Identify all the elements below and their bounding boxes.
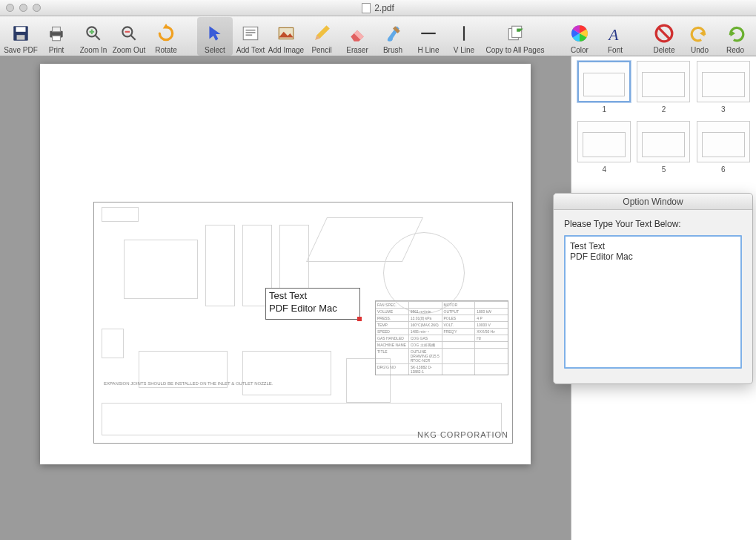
add-image-icon <box>275 22 297 45</box>
print-button[interactable]: Print <box>39 17 74 56</box>
svg-line-7 <box>95 35 100 39</box>
brush-icon <box>382 22 404 45</box>
svg-marker-14 <box>209 26 220 41</box>
fan-spec-table: FAN SPEC.MOTOR VOLUME6961 m³/minOUTPUT18… <box>375 300 508 375</box>
pencil-button[interactable]: Pencil <box>304 17 339 56</box>
delete-icon <box>653 22 675 45</box>
undo-button[interactable]: Undo <box>682 17 717 56</box>
svg-rect-2 <box>17 35 25 39</box>
toolbar: Save PDF Print Zoom In Zoom Out <box>0 16 756 56</box>
window-title: 2.pdf <box>0 3 756 13</box>
zoom-out-button[interactable]: Zoom Out <box>111 17 147 56</box>
thumbnail-3[interactable]: 3 <box>695 61 752 118</box>
canvas-area[interactable]: EXPANSION JOINTS SHOULD BE INSTALLED ON … <box>0 56 571 540</box>
corporation-label: NKG CORPORATION <box>417 430 508 439</box>
font-button[interactable]: A Font <box>597 17 633 56</box>
svg-rect-4 <box>53 27 61 32</box>
brush-button[interactable]: Brush <box>375 17 411 56</box>
rotate-icon <box>155 22 177 45</box>
overlay-text-line: Test Text <box>269 290 357 303</box>
redo-button[interactable]: Redo <box>717 17 753 56</box>
option-window-title: Option Window <box>554 194 752 210</box>
eraser-icon <box>346 22 368 45</box>
pdf-page: EXPANSION JOINTS SHOULD BE INSTALLED ON … <box>40 64 531 464</box>
overlay-text-line: PDF Editor Mac <box>269 303 357 315</box>
add-text-icon <box>239 22 262 45</box>
document-icon <box>362 3 371 13</box>
thumbnail-5[interactable]: 5 <box>635 121 692 178</box>
text-input-area[interactable] <box>564 235 742 369</box>
svg-marker-30 <box>517 28 523 31</box>
zoom-out-icon <box>118 22 140 45</box>
svg-marker-35 <box>700 30 705 36</box>
thumbnail-6[interactable]: 6 <box>695 121 752 178</box>
zoom-in-icon <box>82 22 105 45</box>
svg-marker-36 <box>731 30 736 36</box>
add-image-button[interactable]: Add Image <box>268 17 304 56</box>
font-icon: A <box>604 22 626 45</box>
h-line-icon <box>417 22 440 45</box>
svg-line-11 <box>130 35 136 39</box>
redo-icon <box>724 22 746 45</box>
text-overlay-box[interactable]: Test Text PDF Editor Mac <box>265 288 360 320</box>
select-button[interactable]: Select <box>197 17 233 56</box>
pencil-icon <box>311 22 333 45</box>
svg-rect-1 <box>16 27 26 32</box>
option-window-label: Please Type Your Text Below: <box>564 219 742 229</box>
svg-rect-15 <box>243 27 258 39</box>
expansion-note: EXPANSION JOINTS SHOULD BE INSTALLED ON … <box>104 381 273 386</box>
v-line-icon <box>453 22 475 45</box>
svg-rect-5 <box>53 36 61 41</box>
thumbnail-1[interactable]: 1 <box>576 61 632 118</box>
svg-text:A: A <box>607 25 619 42</box>
svg-line-34 <box>658 27 669 39</box>
rotate-button[interactable]: Rotate <box>148 17 184 56</box>
title-bar: 2.pdf <box>0 0 756 16</box>
save-pdf-button[interactable]: Save PDF <box>3 17 39 56</box>
print-icon <box>45 22 67 45</box>
h-line-button[interactable]: H Line <box>411 17 446 56</box>
add-text-button[interactable]: Add Text <box>233 17 268 56</box>
thumbnail-4[interactable]: 4 <box>576 121 632 178</box>
window-title-text: 2.pdf <box>374 3 394 13</box>
option-window[interactable]: Option Window Please Type Your Text Belo… <box>553 193 753 384</box>
color-button[interactable]: Color <box>562 17 597 56</box>
v-line-button[interactable]: V Line <box>446 17 482 56</box>
copy-to-all-pages-button[interactable]: Copy to All Pages <box>482 17 548 56</box>
cursor-icon <box>204 22 226 45</box>
zoom-in-button[interactable]: Zoom In <box>76 17 111 56</box>
resize-handle[interactable] <box>357 317 362 321</box>
copy-pages-icon <box>504 22 526 45</box>
thumbnail-2[interactable]: 2 <box>635 61 692 118</box>
undo-icon <box>689 22 711 45</box>
save-icon <box>10 22 32 45</box>
eraser-button[interactable]: Eraser <box>339 17 375 56</box>
thumbnail-grid: 1 2 3 4 5 6 <box>571 61 756 178</box>
delete-button[interactable]: Delete <box>646 17 682 56</box>
color-wheel-icon <box>568 22 591 45</box>
